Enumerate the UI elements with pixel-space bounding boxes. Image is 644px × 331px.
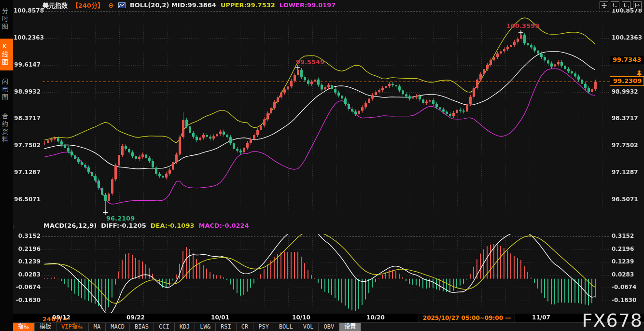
hovered-bar-tooltip: 2025/10/27 05:00~09:00 — — [419, 314, 515, 323]
tab-template[interactable]: 模板 — [35, 323, 56, 331]
swing-high-label: 100.3599 — [506, 22, 539, 29]
tab-cci[interactable]: CCI — [154, 323, 175, 331]
date-tick-label: 10/10 — [292, 314, 310, 321]
boll-upper-value: UPPER:99.7532 — [221, 1, 275, 9]
indicator-tabs-bar: 指标模板VIP指标MAMACDBIASCCIKDJLW&RSICRPSYBOLL… — [13, 322, 644, 331]
tab-macd[interactable]: MACD — [106, 323, 130, 331]
chart-header: 美元指数 【240分】 ⊖ BOLL(20,2) MID:99.3864 UPP… — [42, 1, 336, 9]
xaxis-strip: 240分 ▲ 09/1209/2210/0110/1010/2011/07 20… — [13, 314, 644, 322]
collapse-icon[interactable]: ⊖ — [108, 2, 114, 9]
last-price-tag: 99.2309 — [610, 76, 644, 86]
tab-ma[interactable]: MA — [89, 323, 106, 331]
period-badge: 【240分】 — [72, 0, 104, 10]
macd-dea-value: DEA:-0.1093 — [151, 222, 195, 229]
date-tick-label: 09/12 — [52, 314, 70, 321]
tab-bias[interactable]: BIAS — [130, 323, 154, 331]
macd-axis-label-left: 0.2196 — [14, 246, 41, 253]
scale-axis-left-icon[interactable] — [611, 1, 619, 9]
macd-axis-label-left: -0.1630 — [14, 297, 41, 304]
swing-low-label: 96.2109 — [106, 215, 135, 222]
tab-rsi[interactable]: RSI — [216, 323, 237, 331]
macd-axis-label-right: 0.2196 — [612, 246, 634, 253]
date-tick-label: 09/22 — [126, 314, 145, 321]
sidebar-item-time-chart[interactable]: 分时图 — [0, 4, 13, 35]
price-alert-arrow-icon — [636, 70, 643, 76]
crosshair-icon[interactable] — [600, 1, 608, 9]
price-axis-label-left: 98.9932 — [14, 88, 41, 96]
sidebar-item-lightning-chart[interactable]: 闪电图 — [0, 74, 13, 105]
boll-lower-value: LOWER:99.0197 — [280, 1, 336, 9]
tab-obv[interactable]: OBV — [319, 323, 339, 331]
tab-vol[interactable]: VOL — [298, 323, 319, 331]
price-axis-label-left: 98.3717 — [14, 115, 41, 122]
pan-right-icon[interactable] — [633, 1, 642, 9]
chart-type-sidebar: 分时图 K线图 闪电图 合约资料 — [0, 0, 13, 331]
macd-axis-label-right: -0.1630 — [612, 297, 636, 304]
tab-lw[interactable]: LW& — [195, 323, 216, 331]
boll-mid-value: BOLL(20,2) MID:99.3864 — [130, 1, 216, 9]
macd-axis-label-left: 0.0283 — [14, 271, 41, 278]
price-axis-label-left: 96.5071 — [14, 196, 41, 203]
macd-params-label: MACD(26,12,9) — [43, 222, 97, 229]
tab-settings[interactable]: 设置 — [339, 323, 361, 331]
price-axis-label-right: 98.9932 — [612, 88, 638, 96]
price-axis-label-right: 100.2363 — [612, 34, 642, 41]
macd-axis-label-left: 0.1239 — [14, 258, 41, 265]
macd-axis-label-right: 0.1239 — [612, 258, 634, 265]
macd-axis-label-right: 0.0283 — [612, 271, 634, 278]
tab-kdj[interactable]: KDJ — [175, 323, 196, 331]
macd-axis-label-left: 0.3152 — [14, 233, 41, 240]
price-axis-label-left: 97.7502 — [14, 142, 41, 149]
price-axis-label-left: 100.8578 — [14, 7, 41, 14]
price-axis-label-right: 97.1287 — [612, 169, 638, 176]
sidebar-item-contract-info[interactable]: 合约资料 — [0, 109, 13, 148]
tab-boll[interactable]: BOLL — [274, 323, 298, 331]
macd-axis-label-right: -0.0674 — [612, 284, 636, 291]
watermark-logo: FX678 — [582, 311, 643, 330]
price-axis-label-right: 97.7502 — [612, 142, 638, 149]
price-axis-label-right: 98.3717 — [612, 115, 638, 122]
symbol-name: 美元指数 — [42, 0, 68, 10]
upper-band-price-tag: 99.7343 — [610, 56, 644, 64]
macd-hist-value: MACD:-0.0224 — [199, 222, 249, 229]
date-tick-label: 10/20 — [366, 314, 385, 321]
scale-axis-right-icon[interactable] — [622, 1, 630, 9]
tab-cr[interactable]: CR — [237, 323, 253, 331]
indicator-chart-icon[interactable] — [118, 2, 126, 8]
chart-toolbar — [600, 1, 642, 9]
date-tick-label: 10/01 — [211, 314, 229, 321]
tab-vip-indicator[interactable]: VIP指标 — [56, 323, 89, 331]
tab-psy[interactable]: PSY — [253, 323, 274, 331]
macd-axis-label-left: -0.0674 — [14, 284, 41, 291]
tab-indicator[interactable]: 指标 — [13, 323, 35, 331]
date-tick-label: 11/07 — [532, 314, 550, 321]
price-axis-label-left: 99.6147 — [14, 61, 41, 69]
macd-axis-label-right: 0.3152 — [612, 233, 634, 240]
chart-canvas[interactable] — [0, 0, 644, 331]
price-axis-label-right: 96.5071 — [612, 196, 638, 203]
macd-diff-value: DIFF:-0.1205 — [101, 222, 146, 229]
price-axis-label-left: 100.2363 — [14, 34, 41, 41]
macd-header: MACD(26,12,9) DIFF:-0.1205 DEA:-0.1093 M… — [43, 222, 249, 229]
price-axis-label-left: 97.1287 — [14, 169, 41, 176]
sidebar-item-candlestick-chart[interactable]: K线图 — [0, 39, 13, 70]
swing-high-label: 99.5549 — [296, 58, 324, 66]
